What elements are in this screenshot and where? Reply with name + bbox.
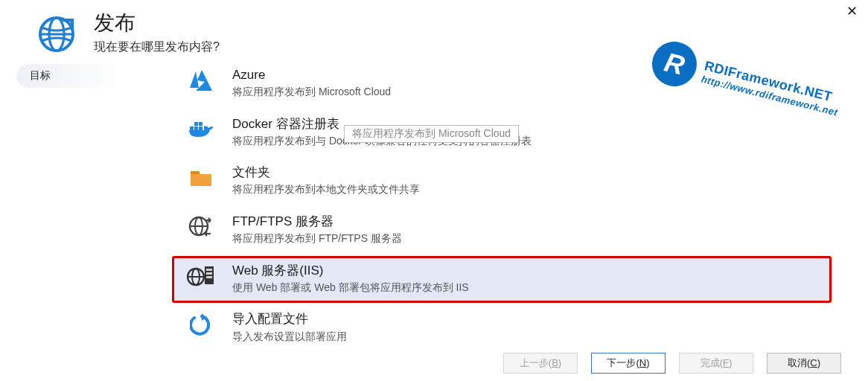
dialog-buttons: 上一步(B) 下一步(N) 完成(F) 取消(C) [503, 353, 841, 374]
svg-rect-7 [194, 127, 198, 130]
ftp-icon [186, 214, 216, 240]
svg-rect-21 [206, 276, 212, 278]
svg-rect-9 [194, 122, 198, 126]
dialog-subtitle: 现在要在哪里发布内容? [94, 39, 220, 55]
option-title: 导入配置文件 [232, 311, 347, 327]
option-desc: 将应用程序发布到 FTP/FTPS 服务器 [232, 231, 402, 246]
option-azure[interactable]: Azure 将应用程序发布到 Microsoft Cloud [173, 61, 831, 107]
back-button: 上一步(B) [503, 353, 578, 374]
publish-dialog: ✕ 发布 现在要在哪里发布内容? 目标 [0, 0, 868, 381]
sidebar-item-target[interactable]: 目标 [16, 64, 173, 88]
option-title: Azure [232, 67, 391, 83]
option-title: 文件夹 [232, 164, 420, 181]
option-desc: 导入发布设置以部署应用 [232, 330, 347, 345]
finish-button: 完成(F) [679, 353, 753, 374]
option-desc: 将应用程序发布到 Microsoft Cloud [232, 85, 391, 100]
next-button[interactable]: 下一步(N) [591, 353, 666, 374]
folder-icon [186, 164, 216, 191]
svg-rect-10 [199, 122, 202, 126]
option-title: Web 服务器(IIS) [232, 263, 469, 279]
svg-rect-20 [206, 272, 212, 275]
option-desc: 使用 Web 部署或 Web 部署包将应用程序发布到 IIS [232, 281, 469, 295]
option-title: FTP/FTPS 服务器 [232, 214, 402, 230]
publish-target-list: Azure 将应用程序发布到 Microsoft Cloud Docker 容器… [173, 60, 858, 354]
publish-icon [36, 13, 77, 55]
option-iis[interactable]: Web 服务器(IIS) 使用 Web 部署或 Web 部署包将应用程序发布到 … [173, 257, 831, 303]
import-icon [186, 311, 216, 338]
option-ftp[interactable]: FTP/FTPS 服务器 将应用程序发布到 FTP/FTPS 服务器 [173, 208, 831, 254]
cancel-button[interactable]: 取消(C) [767, 353, 841, 374]
sidebar: 目标 [16, 60, 173, 354]
svg-marker-4 [190, 71, 199, 88]
docker-icon [186, 116, 216, 143]
option-desc: 将应用程序发布到本地文件夹或文件共享 [232, 182, 420, 197]
svg-rect-19 [206, 269, 212, 271]
svg-rect-6 [190, 127, 194, 130]
sidebar-item-label: 目标 [30, 69, 51, 83]
svg-rect-11 [191, 171, 200, 174]
dialog-header: 发布 现在要在哪里发布内容? [0, 0, 868, 55]
close-icon[interactable]: ✕ [846, 3, 858, 19]
option-import[interactable]: 导入配置文件 导入发布设置以部署应用 [173, 305, 831, 351]
iis-icon [186, 263, 216, 289]
tooltip: 将应用程序发布到 Microsoft Cloud [344, 125, 519, 143]
option-folder[interactable]: 文件夹 将应用程序发布到本地文件夹或文件共享 [173, 159, 831, 205]
svg-rect-8 [199, 127, 202, 130]
azure-icon [186, 67, 216, 94]
dialog-title: 发布 [94, 12, 220, 35]
